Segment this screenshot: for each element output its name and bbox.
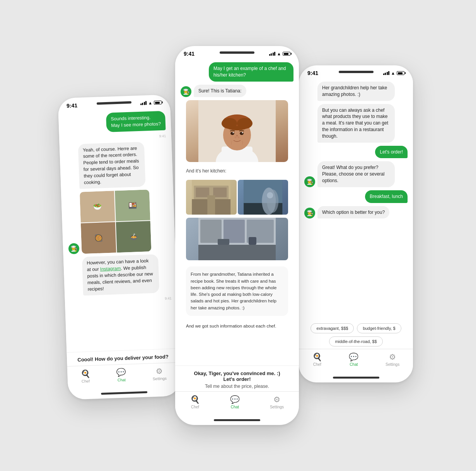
food-cell-2: 🍱 [115, 190, 150, 222]
tab-chef-right[interactable]: 🍳 Chef [312, 352, 322, 367]
food-cell-3: 🥘 [81, 222, 116, 254]
status-bar-center: 9:41 ▲ [175, 46, 299, 58]
tab-chat-left[interactable]: 💬 Chat [116, 368, 126, 382]
signal-bar-c2 [271, 53, 272, 56]
signal-bar-1 [140, 104, 142, 105]
kitchen-img-left [186, 180, 237, 215]
r-bubble-4: 👨‍🍳 Great! What do you prefer? Please, c… [304, 161, 408, 187]
tab-chat-center[interactable]: 💬 Chat [230, 395, 240, 409]
kitchen-top-row [186, 180, 288, 215]
chip-middle[interactable]: middle-of-the-road, $$ [329, 336, 382, 346]
settings-label-center: Settings [270, 405, 284, 409]
chat-icon-left: 💬 [116, 368, 126, 377]
time-center: 9:41 [184, 51, 194, 57]
chef-label-center: Chef [191, 405, 199, 409]
chat-icon-center: 💬 [230, 395, 240, 404]
c-bubble-1: May I get an example of a chef and his/h… [181, 62, 293, 82]
tab-bar-left: 🍳 Chef 💬 Chat ⚙ Settings [67, 362, 180, 392]
svg-point-12 [233, 132, 234, 133]
signal-bar-r4 [388, 71, 389, 75]
tab-chef-center[interactable]: 🍳 Chef [190, 395, 200, 409]
svg-point-27 [267, 192, 273, 198]
question-text: Coool! How do you deliver your food? [75, 353, 171, 363]
chat-area-left: Sounds interesting.May I see more photos… [58, 107, 179, 352]
kitchen-bottom-img [186, 218, 288, 260]
battery-fill-left [155, 102, 159, 104]
instagram-link[interactable]: Instagram [100, 266, 121, 272]
kitchen-gap [186, 215, 288, 218]
option-chips: extravagant, $$$ budget-friendly, $ midd… [299, 321, 413, 349]
tab-settings-left[interactable]: ⚙ Settings [152, 366, 167, 381]
chat-label-left: Chat [118, 378, 126, 382]
food-grid: 🥗 🍱 🥘 🍲 [80, 190, 151, 254]
tab-chef-left[interactable]: 🍳 Chef [80, 369, 90, 384]
svg-rect-30 [198, 245, 276, 260]
chef-avatar-r: 👨‍🍳 [304, 176, 315, 187]
chip-budget[interactable]: budget-friendly, $ [357, 323, 401, 333]
wifi-icon-center: ▲ [277, 51, 281, 56]
settings-icon-center: ⚙ [273, 395, 280, 404]
home-indicator-center [214, 419, 260, 421]
signal-bars-right [383, 71, 390, 75]
kitchen-svg-1 [186, 180, 237, 215]
battery-right [397, 71, 404, 75]
chef-label-left: Chef [82, 379, 90, 384]
chef-hat-icon-r2: 👨‍🍳 [307, 210, 313, 216]
bubble-grandchildren: Her grandchildren help her take amazing … [317, 82, 395, 101]
kitchen-images-container [181, 180, 293, 260]
cta-section: Okay, Tiger, you've convinced me. :)Let'… [175, 365, 299, 391]
chef-avatar-c: 👨‍🍳 [181, 86, 191, 97]
bubble-row-2: 👨‍🍳 Yeah, of course. Herre are some of t… [65, 141, 170, 254]
chef-portrait-container [181, 100, 293, 162]
svg-point-14 [235, 137, 237, 138]
kitchen-bottom-svg [186, 218, 288, 260]
bubble-instagram: However, you can have a look at our Inst… [82, 254, 159, 296]
r-bubble-6: 👨‍🍳 Which option is better for you? [304, 206, 408, 219]
bubble-yeah: Yeah, of course. Herre are some of the r… [78, 142, 146, 189]
r-bubble-5: Breakfast, lunch [304, 190, 408, 203]
chef-icon-left: 🍳 [80, 369, 90, 379]
chef-hat-icon-r: 👨‍🍳 [307, 179, 313, 185]
chef-portrait-svg [186, 100, 288, 162]
time-right: 9:41 [307, 70, 318, 76]
kitchen-svg-2 [238, 180, 288, 215]
r-bubble-2: But you can always ask a chef what produ… [304, 104, 408, 143]
settings-icon-left: ⚙ [156, 366, 163, 376]
bubble-great: Great! What do you prefer? Please, choos… [317, 161, 395, 187]
signal-bars-center [269, 52, 276, 56]
signal-bar-2 [142, 103, 143, 105]
food-cell-4: 🍲 [116, 221, 152, 253]
status-icons-right: ▲ [383, 71, 404, 75]
chef-portrait-img [186, 100, 288, 162]
signal-bar-r1 [383, 73, 384, 75]
bubble-tatiana: Sure! This is Tatiana: [194, 85, 246, 97]
signal-bar-c4 [274, 52, 275, 56]
status-icons-center: ▲ [269, 51, 290, 56]
svg-point-11 [240, 132, 244, 135]
chat-label-center: Chat [231, 405, 239, 409]
signal-bar-r3 [387, 72, 388, 75]
r-bubble-3: Let's order! [304, 146, 408, 159]
bubble-sounds-interesting: Sounds interesting.May I see more photos… [106, 111, 165, 132]
bubble-products: But you can always ask a chef what produ… [317, 104, 395, 143]
chef-hat-icon-1: 👨‍🍳 [70, 246, 77, 252]
settings-label-left: Settings [153, 376, 167, 381]
svg-rect-34 [218, 239, 229, 245]
chat-area-right: Her grandchildren help her take amazing … [299, 78, 413, 321]
svg-rect-20 [213, 188, 227, 197]
tab-chat-right[interactable]: 💬 Chat [349, 352, 358, 367]
svg-point-8 [222, 118, 237, 129]
bubble-row-1: Sounds interesting.May I see more photos… [64, 111, 166, 134]
chip-extravagant[interactable]: extravagant, $$$ [311, 323, 354, 333]
tab-settings-center[interactable]: ⚙ Settings [270, 395, 284, 409]
signal-bars-left [140, 101, 147, 105]
ts-2: 9:41 [70, 297, 172, 304]
status-icons-left: ▲ [140, 100, 162, 106]
settings-label-right: Settings [386, 362, 399, 367]
bubble-row-3: However, you can have a look at our Inst… [69, 254, 171, 296]
r-bubble-1: Her grandchildren help her take amazing … [304, 82, 408, 101]
kitchen-label: And it's her kitchen: [181, 165, 293, 177]
chat-icon-right: 💬 [349, 352, 358, 362]
tab-settings-right[interactable]: ⚙ Settings [386, 352, 399, 367]
chat-label-right: Chat [350, 362, 358, 367]
